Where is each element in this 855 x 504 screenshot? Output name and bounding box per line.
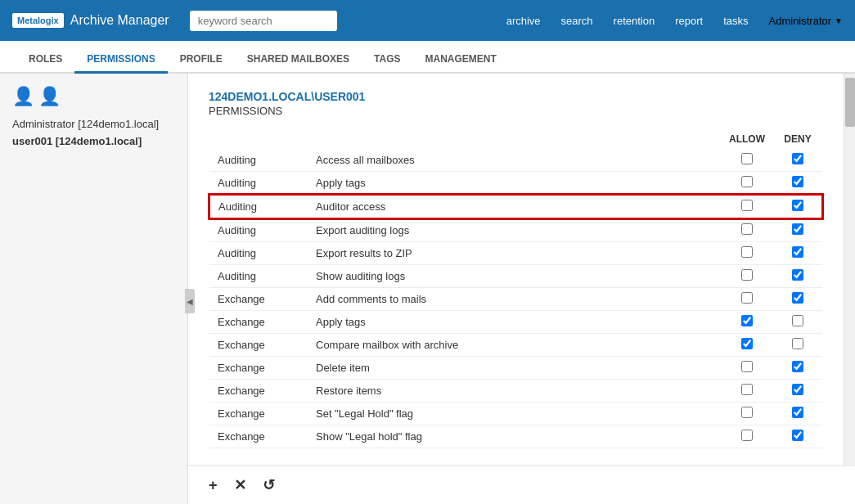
deny-checkbox-cell[interactable]	[773, 425, 822, 448]
permission-category: Exchange	[209, 288, 308, 311]
deny-checkbox-cell[interactable]	[773, 380, 822, 403]
allow-checkbox[interactable]	[741, 246, 753, 258]
allow-checkbox-cell[interactable]	[721, 195, 773, 218]
tab-management[interactable]: MANAGEMENT	[413, 47, 509, 74]
allow-checkbox-cell[interactable]	[721, 425, 773, 448]
allow-checkbox-cell[interactable]	[721, 149, 773, 172]
user-icon: 👤	[38, 86, 61, 107]
tab-shared-mailboxes[interactable]: SHARED MAILBOXES	[235, 47, 362, 74]
deny-checkbox[interactable]	[792, 292, 803, 304]
nav-search[interactable]: search	[561, 15, 593, 27]
deny-checkbox[interactable]	[792, 315, 803, 326]
allow-checkbox-cell[interactable]	[721, 242, 773, 265]
table-row[interactable]: ExchangeCompare mailbox with archive	[209, 334, 822, 357]
tab-roles[interactable]: ROLES	[16, 47, 74, 74]
deny-checkbox-cell[interactable]	[773, 311, 822, 334]
allow-checkbox-cell[interactable]	[721, 218, 773, 242]
allow-checkbox-cell[interactable]	[721, 334, 773, 357]
table-row[interactable]: AuditingExport results to ZIP	[209, 242, 822, 265]
deny-checkbox[interactable]	[792, 361, 803, 372]
nav-retention[interactable]: retention	[614, 15, 655, 27]
allow-checkbox[interactable]	[741, 407, 753, 418]
deny-checkbox[interactable]	[792, 269, 803, 281]
deny-checkbox-cell[interactable]	[773, 149, 822, 172]
permission-category: Exchange	[209, 403, 308, 425]
tab-tags[interactable]: TAGS	[362, 47, 412, 74]
nav-tasks[interactable]: tasks	[723, 15, 748, 27]
scrollbar-track[interactable]	[844, 74, 855, 466]
admin-menu[interactable]: Administrator ▼	[769, 15, 843, 27]
deny-checkbox[interactable]	[792, 153, 803, 164]
tab-permissions[interactable]: PERMISSIONS	[74, 47, 167, 74]
nav-archive[interactable]: archive	[506, 15, 541, 27]
deny-checkbox[interactable]	[792, 176, 803, 187]
table-row[interactable]: ExchangeDelete item	[209, 357, 822, 380]
table-row[interactable]: AuditingApply tags	[209, 172, 822, 196]
table-row[interactable]: ExchangeSet "Legal Hold" flag	[209, 403, 822, 425]
allow-checkbox-cell[interactable]	[721, 172, 773, 196]
add-button[interactable]: +	[205, 475, 222, 496]
deny-checkbox-cell[interactable]	[773, 288, 822, 311]
delete-button[interactable]: ✕	[230, 475, 250, 496]
deny-checkbox-cell[interactable]	[773, 218, 822, 242]
nav-report[interactable]: report	[675, 15, 703, 27]
deny-checkbox[interactable]	[792, 407, 803, 418]
deny-checkbox-cell[interactable]	[773, 172, 822, 196]
deny-checkbox-cell[interactable]	[773, 403, 822, 425]
admin-user-icon: 👤	[12, 86, 34, 107]
permission-action: Apply tags	[308, 311, 721, 334]
deny-checkbox[interactable]	[792, 246, 803, 258]
allow-checkbox[interactable]	[741, 176, 753, 187]
deny-checkbox-cell[interactable]	[773, 265, 822, 288]
table-row[interactable]: ExchangeApply tags	[209, 311, 822, 334]
deny-checkbox[interactable]	[792, 384, 803, 395]
allow-checkbox[interactable]	[741, 153, 753, 164]
content: 124DEMO1.LOCAL\USER001 PERMISSIONS ALLOW…	[188, 74, 844, 465]
deny-checkbox[interactable]	[792, 430, 803, 441]
deny-checkbox-cell[interactable]	[773, 357, 822, 380]
permission-action: Set "Legal Hold" flag	[308, 403, 721, 425]
allow-checkbox[interactable]	[741, 430, 753, 441]
tab-profile[interactable]: PROFILE	[168, 47, 235, 74]
allow-checkbox[interactable]	[741, 384, 753, 395]
deny-checkbox-cell[interactable]	[773, 195, 822, 218]
allow-checkbox-cell[interactable]	[721, 380, 773, 403]
table-row[interactable]: AuditingAuditor access	[209, 195, 822, 218]
allow-checkbox-cell[interactable]	[721, 265, 773, 288]
permission-category: Auditing	[209, 265, 308, 288]
allow-checkbox[interactable]	[741, 292, 753, 304]
scrollable-area[interactable]: 124DEMO1.LOCAL\USER001 PERMISSIONS ALLOW…	[188, 74, 844, 466]
permission-action: Restore items	[308, 380, 721, 403]
refresh-button[interactable]: ↺	[259, 475, 279, 496]
deny-checkbox-cell[interactable]	[773, 334, 822, 357]
sidebar-user-icons: 👤 👤	[12, 86, 175, 107]
allow-checkbox-cell[interactable]	[721, 288, 773, 311]
deny-checkbox[interactable]	[792, 223, 803, 235]
table-row[interactable]: AuditingShow auditing logs	[209, 265, 822, 288]
sidebar-user-item[interactable]: user001 [124demo1.local]	[12, 133, 175, 150]
col-action	[308, 129, 721, 149]
subnav: ROLES PERMISSIONS PROFILE SHARED MAILBOX…	[0, 41, 855, 74]
sidebar-collapse-button[interactable]: ◀	[185, 289, 195, 313]
sidebar-admin-item[interactable]: Administrator [124demo1.local]	[12, 115, 175, 133]
allow-checkbox-cell[interactable]	[721, 403, 773, 425]
allow-checkbox[interactable]	[741, 200, 753, 211]
table-row[interactable]: ExchangeRestore items	[209, 380, 822, 403]
allow-checkbox-cell[interactable]	[721, 311, 773, 334]
allow-checkbox[interactable]	[741, 223, 753, 235]
table-row[interactable]: ExchangeShow "Legal hold" flag	[209, 425, 822, 448]
table-row[interactable]: ExchangeAdd comments to mails	[209, 288, 822, 311]
table-row[interactable]: AuditingAccess all mailboxes	[209, 149, 822, 172]
allow-checkbox[interactable]	[741, 269, 753, 281]
deny-checkbox-cell[interactable]	[773, 242, 822, 265]
deny-checkbox[interactable]	[792, 200, 803, 211]
table-row[interactable]: AuditingExport auditing logs	[209, 218, 822, 242]
permission-category: Exchange	[209, 357, 308, 380]
search-input[interactable]	[190, 11, 337, 31]
allow-checkbox[interactable]	[741, 315, 753, 326]
scrollbar-thumb[interactable]	[845, 78, 855, 127]
allow-checkbox-cell[interactable]	[721, 357, 773, 380]
allow-checkbox[interactable]	[741, 361, 753, 372]
deny-checkbox[interactable]	[792, 338, 803, 349]
allow-checkbox[interactable]	[741, 338, 753, 349]
